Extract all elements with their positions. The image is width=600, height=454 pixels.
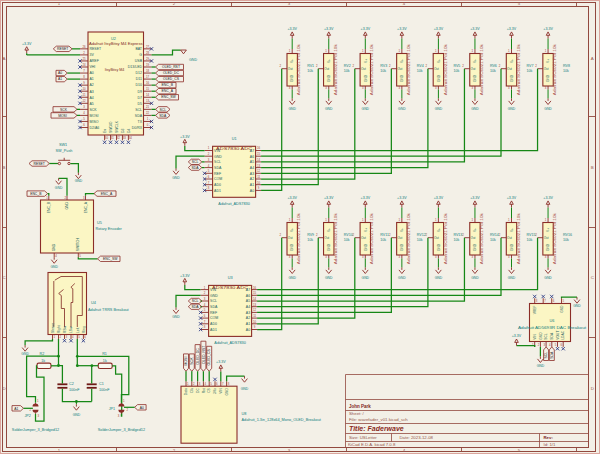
svg-text:R2: R2 bbox=[40, 352, 45, 356]
svg-text:C1: C1 bbox=[99, 382, 104, 386]
svg-text:D: D bbox=[2, 386, 5, 391]
svg-text:+3.3V: +3.3V bbox=[361, 196, 371, 200]
svg-text:29: 29 bbox=[146, 57, 150, 61]
svg-text:A5: A5 bbox=[246, 299, 250, 303]
svg-text:D0/RX: D0/RX bbox=[132, 126, 143, 130]
svg-text:Id: 1/1: Id: 1/1 bbox=[544, 442, 557, 447]
svg-text:+3.3V: +3.3V bbox=[397, 196, 407, 200]
svg-text:OLED_CS: OLED_CS bbox=[163, 77, 180, 81]
svg-text:1k: 1k bbox=[41, 359, 45, 363]
svg-text:GND: GND bbox=[225, 388, 229, 396]
svg-text:CS: CS bbox=[207, 387, 211, 392]
svg-text:LDAC: LDAC bbox=[561, 330, 565, 339]
svg-text:Size: USLetter: Size: USLetter bbox=[349, 435, 377, 440]
svg-text:GND: GND bbox=[327, 74, 331, 82]
svg-text:D5: D5 bbox=[138, 102, 143, 106]
svg-text:AD1: AD1 bbox=[214, 189, 221, 193]
svg-text:Out: Out bbox=[397, 236, 402, 240]
svg-text:OLED_DC: OLED_DC bbox=[163, 71, 180, 75]
svg-text:+3.3V: +3.3V bbox=[324, 196, 334, 200]
svg-text:OLED_RST: OLED_RST bbox=[202, 345, 206, 364]
svg-text:OLED_CS: OLED_CS bbox=[208, 348, 212, 365]
svg-text:ItsyBitsy M4: ItsyBitsy M4 bbox=[105, 68, 124, 72]
svg-text:SCL: SCL bbox=[210, 299, 217, 303]
svg-text:10k: 10k bbox=[380, 238, 386, 242]
svg-text:JP2: JP2 bbox=[24, 414, 30, 418]
svg-text:SDA: SDA bbox=[135, 114, 143, 118]
svg-text:A4: A4 bbox=[246, 305, 250, 309]
svg-text:RV7: RV7 bbox=[527, 64, 534, 68]
svg-text:+3.3V: +3.3V bbox=[507, 27, 517, 31]
svg-text:11: 11 bbox=[257, 175, 260, 179]
svg-text:Sheet: /: Sheet: / bbox=[349, 411, 365, 416]
svg-text:GND: GND bbox=[210, 294, 218, 298]
svg-text:16: 16 bbox=[253, 286, 257, 290]
svg-text:Out: Out bbox=[434, 67, 439, 71]
svg-text:GND: GND bbox=[437, 74, 441, 82]
svg-text:10k: 10k bbox=[453, 69, 459, 73]
svg-text:JP1: JP1 bbox=[109, 407, 115, 411]
svg-text:A0: A0 bbox=[58, 71, 62, 75]
svg-text:10k: 10k bbox=[307, 238, 313, 242]
svg-text:REF: REF bbox=[210, 311, 217, 315]
svg-text:R1: R1 bbox=[102, 352, 107, 356]
svg-text:RV6: RV6 bbox=[490, 64, 497, 68]
svg-text:GND: GND bbox=[508, 276, 516, 280]
svg-text:Rev:: Rev: bbox=[544, 435, 554, 440]
svg-text:RV14: RV14 bbox=[490, 233, 499, 237]
svg-text:32: 32 bbox=[117, 136, 121, 140]
svg-text:Adafruit SC6021 Pot 10k: Adafruit SC6021 Pot 10k bbox=[334, 213, 338, 265]
svg-text:VIN: VIN bbox=[533, 334, 537, 340]
svg-text:SCL: SCL bbox=[192, 299, 199, 303]
svg-text:Adafruit TRRS Breakout: Adafruit TRRS Breakout bbox=[88, 308, 130, 312]
svg-text:GND: GND bbox=[510, 243, 514, 251]
svg-text:A2: A2 bbox=[246, 316, 250, 320]
svg-text:Adafruit SC6021 Pot 10k: Adafruit SC6021 Pot 10k bbox=[371, 44, 375, 96]
svg-text:V+: V+ bbox=[473, 59, 477, 63]
svg-text:10: 10 bbox=[253, 320, 257, 324]
svg-text:A: A bbox=[3, 56, 6, 61]
svg-text:D7: D7 bbox=[138, 96, 143, 100]
svg-text:LSw: LSw bbox=[69, 326, 73, 333]
svg-text:En: En bbox=[103, 129, 107, 133]
svg-text:+3.3V: +3.3V bbox=[434, 196, 444, 200]
svg-text:Adafruit AD5693R DAC Breakout: Adafruit AD5693R DAC Breakout bbox=[518, 326, 587, 330]
svg-text:VIN: VIN bbox=[210, 288, 216, 292]
svg-text:A0: A0 bbox=[90, 71, 94, 75]
svg-text:B: B bbox=[591, 165, 594, 170]
svg-text:SWCLK: SWCLK bbox=[115, 120, 119, 133]
svg-text:SCL: SCL bbox=[159, 108, 166, 112]
svg-text:15: 15 bbox=[257, 152, 261, 156]
svg-text:U5: U5 bbox=[97, 221, 102, 225]
svg-text:GND: GND bbox=[290, 243, 294, 251]
svg-text:V+: V+ bbox=[290, 59, 294, 63]
svg-text:+3.3V: +3.3V bbox=[180, 135, 190, 139]
svg-text:D4: D4 bbox=[127, 129, 131, 133]
svg-text:John Park: John Park bbox=[349, 404, 371, 409]
svg-text:GND: GND bbox=[471, 107, 479, 111]
svg-text:D12: D12 bbox=[136, 71, 142, 75]
svg-text:SW1: SW1 bbox=[59, 143, 67, 147]
svg-text:SCK: SCK bbox=[190, 357, 194, 365]
svg-text:10k: 10k bbox=[307, 69, 313, 73]
svg-text:SCL: SCL bbox=[544, 352, 548, 359]
svg-text:A7: A7 bbox=[250, 149, 254, 153]
svg-text:D9: D9 bbox=[138, 90, 143, 94]
svg-text:Adafruit ItsyBitsy M4 Express: Adafruit ItsyBitsy M4 Express bbox=[89, 42, 143, 46]
svg-text:10: 10 bbox=[82, 87, 86, 91]
svg-text:REF: REF bbox=[214, 172, 221, 176]
svg-text:RV1: RV1 bbox=[307, 64, 314, 68]
svg-text:+3.3V: +3.3V bbox=[361, 27, 371, 31]
svg-text:Out: Out bbox=[507, 236, 512, 240]
svg-text:A3: A3 bbox=[90, 90, 94, 94]
svg-text:GND: GND bbox=[398, 276, 406, 280]
svg-text:1k: 1k bbox=[103, 359, 107, 363]
svg-text:Adafruit SC6021 Pot 10k: Adafruit SC6021 Pot 10k bbox=[480, 44, 484, 96]
svg-text:Out: Out bbox=[397, 67, 402, 71]
svg-text:A4: A4 bbox=[90, 96, 94, 100]
svg-text:25: 25 bbox=[82, 57, 86, 61]
svg-text:KiCad E.D.A. kicad 7.0.8: KiCad E.D.A. kicad 7.0.8 bbox=[348, 442, 396, 447]
svg-text:RESET: RESET bbox=[90, 47, 103, 51]
svg-text:18: 18 bbox=[146, 69, 150, 73]
svg-text:Out: Out bbox=[361, 236, 366, 240]
